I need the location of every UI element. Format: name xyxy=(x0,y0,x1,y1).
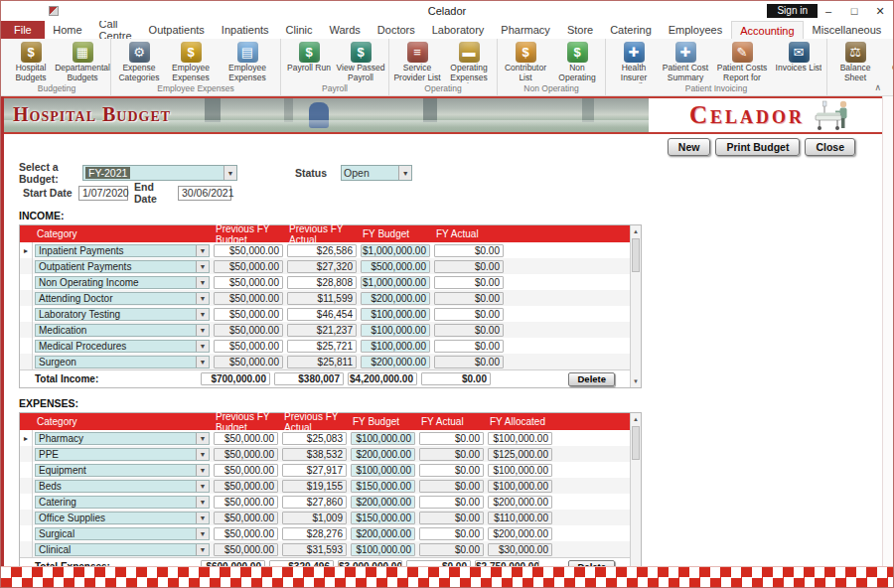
chevron-down-icon[interactable]: ▼ xyxy=(196,309,209,320)
expenses-category-combo[interactable]: Office Supplies▼ xyxy=(35,512,210,524)
close-button[interactable]: Close xyxy=(805,138,855,156)
expenses-table-scrollbar[interactable]: ▲▼ xyxy=(630,413,641,575)
tab-outpatients[interactable]: Outpatients xyxy=(140,21,213,39)
ribbon-button-employee-expenses[interactable]: $Employee Expenses xyxy=(165,40,217,83)
expenses-category-combo[interactable]: Catering▼ xyxy=(35,496,210,509)
expenses-previous-fy-actual-field[interactable]: $25,083 xyxy=(282,432,347,445)
income-fy-actual-field[interactable]: $0.00 xyxy=(434,276,504,289)
expenses-previous-fy-actual-field[interactable]: $19,155 xyxy=(282,480,347,493)
expenses-previous-fy-budget-field[interactable]: $50,000.00 xyxy=(214,480,278,493)
tab-clinic[interactable]: Clinic xyxy=(277,21,321,39)
income-fy-actual-field[interactable]: $0.00 xyxy=(434,308,504,321)
expenses-fy-allocated-field[interactable]: $110,000.00 xyxy=(488,512,552,524)
expenses-previous-fy-actual-field[interactable]: $28,276 xyxy=(282,527,347,540)
income-category-combo[interactable]: Inpatient Payments▼ xyxy=(35,244,210,257)
tab-catering[interactable]: Catering xyxy=(602,21,661,39)
expenses-fy-budget-field[interactable]: $100,000.00 xyxy=(351,464,415,477)
income-fy-budget-field[interactable]: $1,000,000.00 xyxy=(361,276,430,289)
sign-in-button[interactable]: Sign in xyxy=(767,4,818,18)
expenses-category-combo[interactable]: Beds▼ xyxy=(35,480,210,493)
chevron-down-icon[interactable]: ▼ xyxy=(224,166,236,180)
expenses-fy-actual-field[interactable]: $0.00 xyxy=(419,432,484,445)
new-button[interactable]: New xyxy=(668,138,711,156)
tab-miscellaneous[interactable]: Miscellaneous xyxy=(804,21,890,39)
ribbon-button-invoices-list[interactable]: ✉Invoices List xyxy=(773,40,824,83)
row-selector[interactable] xyxy=(20,274,33,290)
status-select[interactable]: Open ▼ xyxy=(341,165,412,181)
income-category-combo[interactable]: Medication▼ xyxy=(35,324,210,337)
tab-administration[interactable]: Administration xyxy=(890,21,894,39)
income-fy-actual-field[interactable]: $0.00 xyxy=(434,244,504,257)
expenses-fy-allocated-field[interactable]: $200,000.00 xyxy=(488,496,552,509)
ribbon-button-hospital-budgets[interactable]: $Hospital Budgets xyxy=(5,40,57,83)
expenses-fy-actual-field[interactable]: $0.00 xyxy=(419,543,484,556)
row-selector[interactable] xyxy=(20,338,33,354)
scroll-up-icon[interactable]: ▲ xyxy=(631,225,641,237)
income-previous-fy-actual-field[interactable]: $26,586 xyxy=(287,244,357,257)
ribbon-button-contributor-list[interactable]: $Contributor List xyxy=(500,40,551,83)
expenses-previous-fy-budget-field[interactable]: $50,000.00 xyxy=(214,448,278,461)
income-previous-fy-budget-field[interactable]: $50,000.00 xyxy=(214,356,283,368)
expenses-category-combo[interactable]: Equipment▼ xyxy=(35,464,210,477)
expenses-category-combo[interactable]: Clinical▼ xyxy=(35,543,210,556)
scroll-thumb[interactable] xyxy=(632,426,640,460)
income-fy-actual-field[interactable]: $0.00 xyxy=(434,340,504,353)
end-date-field[interactable]: 30/06/2021 xyxy=(178,186,231,201)
income-table-scrollbar[interactable]: ▲▼ xyxy=(630,225,641,387)
income-category-combo[interactable]: Medical Procedures▼ xyxy=(35,340,210,353)
expenses-fy-budget-field[interactable]: $200,000.00 xyxy=(351,448,415,461)
expenses-category-combo[interactable]: PPE▼ xyxy=(35,448,210,461)
tab-home[interactable]: Home xyxy=(45,21,90,39)
expenses-fy-allocated-field[interactable]: $125,000.00 xyxy=(488,448,552,461)
income-delete-button[interactable]: Delete xyxy=(568,372,615,386)
chevron-down-icon[interactable]: ▼ xyxy=(196,341,209,352)
expenses-fy-allocated-field[interactable]: $200,000.00 xyxy=(488,527,552,540)
scroll-thumb[interactable] xyxy=(632,238,640,272)
income-previous-fy-actual-field[interactable]: $25,811 xyxy=(287,356,357,368)
chevron-down-icon[interactable]: ▼ xyxy=(196,357,209,368)
chevron-down-icon[interactable]: ▼ xyxy=(196,433,209,444)
tab-file[interactable]: File xyxy=(1,21,45,39)
income-category-combo[interactable]: Laboratory Testing▼ xyxy=(35,308,210,321)
income-category-combo[interactable]: Non Operating Income▼ xyxy=(35,276,210,289)
row-selector[interactable] xyxy=(20,462,33,478)
tab-call-centre[interactable]: Call Centre xyxy=(90,21,140,39)
expenses-fy-budget-field[interactable]: $150,000.00 xyxy=(351,480,415,493)
income-previous-fy-budget-field[interactable]: $50,000.00 xyxy=(214,260,283,273)
income-fy-budget-field[interactable]: $100,000.00 xyxy=(361,324,430,337)
row-selector[interactable] xyxy=(20,354,33,369)
chevron-down-icon[interactable]: ▼ xyxy=(196,245,209,256)
income-previous-fy-actual-field[interactable]: $27,320 xyxy=(287,260,357,273)
ribbon-button-service-provider-list[interactable]: ≡Service Provider List xyxy=(391,40,443,83)
expenses-previous-fy-budget-field[interactable]: $50,000.00 xyxy=(214,496,278,509)
income-fy-budget-field[interactable]: $100,000.00 xyxy=(361,340,430,353)
ribbon-button-health-insurer-details[interactable]: ✚Health Insurer Details xyxy=(608,40,660,83)
expenses-fy-actual-field[interactable]: $0.00 xyxy=(419,480,484,493)
expenses-previous-fy-actual-field[interactable]: $38,532 xyxy=(282,448,347,461)
expenses-previous-fy-actual-field[interactable]: $27,917 xyxy=(282,464,347,477)
income-category-combo[interactable]: Outpatient Payments▼ xyxy=(35,260,210,273)
expenses-fy-actual-field[interactable]: $0.00 xyxy=(419,448,484,461)
expenses-fy-budget-field[interactable]: $100,000.00 xyxy=(351,543,415,556)
income-category-combo[interactable]: Attending Doctor▼ xyxy=(35,292,210,305)
expenses-fy-budget-field[interactable]: $150,000.00 xyxy=(351,512,415,524)
expenses-previous-fy-budget-field[interactable]: $50,000.00 xyxy=(214,432,278,445)
tab-wards[interactable]: Wards xyxy=(321,21,369,39)
chevron-down-icon[interactable]: ▼ xyxy=(196,481,209,492)
chevron-down-icon[interactable]: ▼ xyxy=(196,449,209,460)
tab-inpatients[interactable]: Inpatients xyxy=(213,21,277,39)
scroll-down-icon[interactable]: ▼ xyxy=(631,375,641,387)
chevron-down-icon[interactable]: ▼ xyxy=(196,293,209,304)
start-date-field[interactable]: 1/07/2020 xyxy=(78,186,128,201)
income-fy-actual-field[interactable]: $0.00 xyxy=(434,260,504,273)
chevron-down-icon[interactable]: ▼ xyxy=(196,544,209,555)
income-category-combo[interactable]: Surgeon▼ xyxy=(35,356,210,368)
row-selector[interactable]: ▸ xyxy=(20,430,33,446)
expenses-fy-actual-field[interactable]: $0.00 xyxy=(419,496,484,509)
chevron-down-icon[interactable]: ▼ xyxy=(196,465,209,476)
expenses-fy-budget-field[interactable]: $200,000.00 xyxy=(351,527,415,540)
tab-store[interactable]: Store xyxy=(558,21,601,39)
income-previous-fy-actual-field[interactable]: $28,808 xyxy=(287,276,357,289)
income-previous-fy-budget-field[interactable]: $50,000.00 xyxy=(214,292,283,305)
income-previous-fy-budget-field[interactable]: $50,000.00 xyxy=(214,324,283,337)
